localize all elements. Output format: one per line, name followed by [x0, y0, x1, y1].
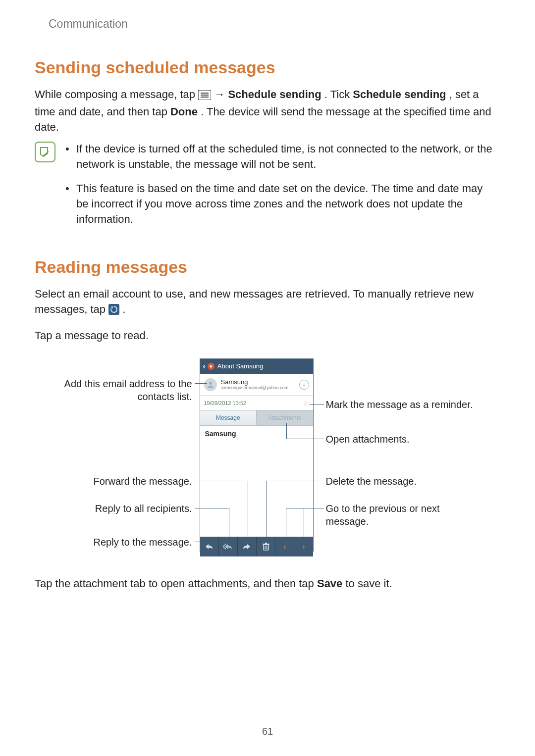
reply-button[interactable]	[200, 537, 218, 556]
svg-rect-9	[265, 543, 267, 544]
svg-point-6	[209, 382, 212, 385]
note-item-2: This feature is based on the time and da…	[65, 181, 493, 227]
tabs: Message Attachments	[200, 410, 313, 426]
reading-paragraph-1: Select an email account to use, and new …	[35, 287, 493, 319]
back-icon[interactable]: ‹	[203, 362, 206, 371]
attach-para-post: to save it.	[345, 577, 392, 590]
heading-reading-messages: Reading messages	[35, 257, 493, 277]
section-label: Communication	[49, 17, 493, 31]
reading-p1-post: .	[122, 303, 125, 315]
callout-mark-reminder: Mark the message as a reminder.	[326, 398, 475, 411]
message-date: 19/09/2012 13:52	[204, 400, 247, 406]
note-block: If the device is turned off at the sched…	[35, 142, 493, 236]
app-header: ‹ ● About Samsung	[200, 359, 313, 374]
header-margin-line	[26, 0, 26, 30]
date-bar: 19/09/2012 13:52 ☆	[200, 396, 313, 410]
avatar-icon	[204, 378, 217, 391]
attachment-paragraph: Tap the attachment tab to open attachmen…	[35, 576, 493, 592]
schedule-sending-bold2: Schedule sending	[353, 88, 446, 101]
callout-reply: Reply to the message.	[51, 536, 192, 549]
schedule-mid1: . Tick	[324, 88, 353, 101]
reply-all-button[interactable]	[218, 537, 237, 556]
app-title: About Samsung	[217, 362, 264, 370]
phone-mock: ‹ ● About Samsung Samsung samsunguserman…	[200, 358, 314, 552]
callout-forward: Forward the message.	[51, 475, 192, 488]
callout-reply-all: Reply to all recipients.	[51, 502, 192, 515]
email-app-figure: ‹ ● About Samsung Samsung samsunguserman…	[51, 358, 477, 556]
callout-prev-next: Go to the previous or next message.	[326, 502, 455, 528]
schedule-sending-bold1: Schedule sending	[228, 88, 321, 101]
expand-icon[interactable]: ⌄	[299, 380, 309, 390]
reading-paragraph-2: Tap a message to read.	[35, 328, 493, 344]
star-icon[interactable]: ☆	[303, 399, 309, 407]
callout-delete: Delete the message.	[326, 475, 455, 488]
delete-button[interactable]	[256, 537, 275, 556]
callout-add-contact: Add this email address to the contacts l…	[51, 377, 192, 403]
note-icon	[35, 142, 55, 162]
done-bold: Done	[170, 105, 198, 118]
page-number: 61	[0, 726, 535, 737]
callout-open-attachments: Open attachments.	[326, 433, 455, 446]
sender-bar[interactable]: Samsung samsungusermanual@yahoo.com ⌄	[200, 374, 313, 396]
forward-button[interactable]	[237, 537, 256, 556]
schedule-paragraph: While composing a message, tap → Schedul…	[35, 87, 493, 135]
arrow-text: →	[214, 88, 228, 101]
refresh-icon	[108, 304, 119, 319]
message-subject: Samsung	[205, 430, 236, 438]
tab-attachments[interactable]: Attachments	[257, 410, 313, 425]
prev-button[interactable]: ‹	[275, 537, 294, 556]
next-button[interactable]: ›	[294, 537, 313, 556]
svg-rect-4	[108, 304, 119, 315]
app-logo-icon: ●	[208, 363, 214, 370]
heading-sending-scheduled: Sending scheduled messages	[35, 58, 493, 77]
svg-rect-8	[263, 544, 269, 545]
save-bold: Save	[317, 577, 342, 590]
tab-message[interactable]: Message	[200, 410, 257, 425]
attach-para-pre: Tap the attachment tab to open attachmen…	[35, 577, 317, 590]
schedule-text-pre: While composing a message, tap	[35, 88, 198, 101]
sender-email: samsungusermanual@yahoo.com	[221, 386, 289, 391]
reading-p1-pre: Select an email account to use, and new …	[35, 288, 474, 315]
sender-name: Samsung	[221, 379, 289, 386]
menu-icon	[198, 89, 211, 104]
note-item-1: If the device is turned off at the sched…	[65, 142, 493, 172]
bottom-toolbar: ‹ ›	[200, 537, 313, 556]
